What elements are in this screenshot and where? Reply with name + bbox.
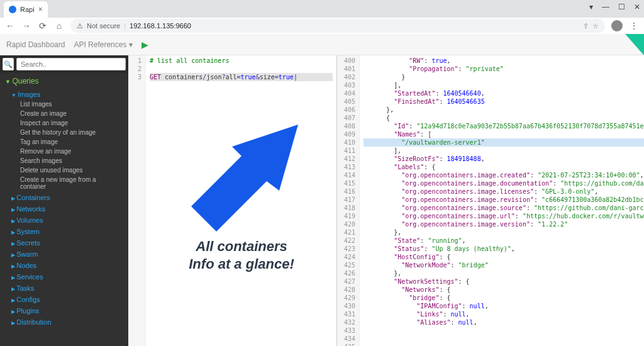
favicon-icon — [9, 6, 16, 13]
star-icon[interactable]: ☆ — [592, 22, 599, 30]
sidebar: 🔍 Queries ImagesList imagesCreate an ima… — [0, 55, 128, 346]
sidebar-item[interactable]: Inspect an image — [0, 118, 128, 128]
sidebar-section-system[interactable]: System — [0, 225, 128, 237]
sidebar-section-services[interactable]: Services — [0, 271, 128, 282]
search-input[interactable] — [16, 58, 126, 70]
sidebar-section-swarm[interactable]: Swarm — [0, 248, 128, 259]
sidebar-section-containers[interactable]: Containers — [0, 191, 128, 203]
profile-avatar[interactable] — [611, 20, 623, 31]
minimize-button[interactable]: — — [602, 3, 609, 11]
share-icon[interactable]: ⇪ — [583, 22, 589, 30]
sidebar-item[interactable]: Remove an image — [0, 147, 128, 156]
sidebar-item[interactable]: Search images — [0, 156, 128, 165]
forward-icon[interactable]: → — [21, 21, 31, 31]
tab-strip: Rapi × ▾ — ☐ ✕ — [0, 0, 644, 18]
sidebar-section-configs[interactable]: Configs — [0, 293, 128, 304]
maximize-button[interactable]: ☐ — [618, 3, 625, 11]
arrow-down-icon[interactable]: ▾ — [589, 3, 593, 11]
sidebar-section-secrets[interactable]: Secrets — [0, 237, 128, 248]
browser-tab[interactable]: Rapi × — [4, 1, 48, 18]
response-viewer[interactable]: 4004014024034044054064074084094104114124… — [337, 55, 644, 346]
window-controls: ▾ — ☐ ✕ — [589, 3, 640, 11]
sidebar-section-plugins[interactable]: Plugins — [0, 304, 128, 316]
url-field[interactable]: ⚠ Not secure | 192.168.1.135:9660 ⇪ ☆ — [70, 19, 605, 33]
play-icon[interactable]: ▶ — [142, 40, 148, 50]
address-bar: ← → ⟳ ⌂ ⚠ Not secure | 192.168.1.135:966… — [0, 18, 644, 34]
home-icon[interactable]: ⌂ — [54, 21, 64, 31]
browser-chrome: Rapi × ▾ — ☐ ✕ ← → ⟳ ⌂ ⚠ Not secure | 19… — [0, 0, 644, 34]
url-text: 192.168.1.135:9660 — [130, 22, 191, 30]
back-icon[interactable]: ← — [5, 21, 15, 31]
security-label: Not secure — [87, 22, 120, 30]
sidebar-item[interactable]: List images — [0, 99, 128, 109]
menu-icon[interactable]: ⋮ — [629, 21, 639, 31]
sidebar-section-distribution[interactable]: Distribution — [0, 316, 128, 327]
warning-icon: ⚠ — [77, 22, 83, 30]
sidebar-item[interactable]: Delete unused images — [0, 165, 128, 175]
search-icon[interactable]: 🔍 — [3, 58, 14, 70]
sidebar-item[interactable]: Create an image — [0, 109, 128, 118]
sidebar-section-volumes[interactable]: Volumes — [0, 214, 128, 225]
sidebar-item[interactable]: Get the history of an image — [0, 128, 128, 137]
sidebar-section-tasks[interactable]: Tasks — [0, 282, 128, 293]
sidebar-item[interactable]: Create a new image from a container — [0, 175, 128, 191]
sidebar-section-nodes[interactable]: Nodes — [0, 259, 128, 271]
sidebar-item[interactable]: Tag an image — [0, 137, 128, 147]
queries-header[interactable]: Queries — [0, 73, 128, 88]
request-editor[interactable]: 123 # list all containers GET containers… — [128, 55, 337, 346]
app-title: Rapid Dashboard — [6, 40, 65, 49]
reload-icon[interactable]: ⟳ — [38, 21, 48, 31]
api-references-dropdown[interactable]: API References ▾ — [74, 40, 132, 49]
close-window-button[interactable]: ✕ — [634, 3, 640, 11]
close-icon[interactable]: × — [38, 5, 43, 14]
app-header: Rapid Dashboard API References ▾ ▶ — [0, 34, 644, 55]
corner-flag — [625, 34, 644, 55]
sidebar-section-images[interactable]: Images — [0, 88, 128, 99]
sidebar-section-networks[interactable]: Networks — [0, 203, 128, 214]
tab-title: Rapi — [20, 6, 35, 13]
